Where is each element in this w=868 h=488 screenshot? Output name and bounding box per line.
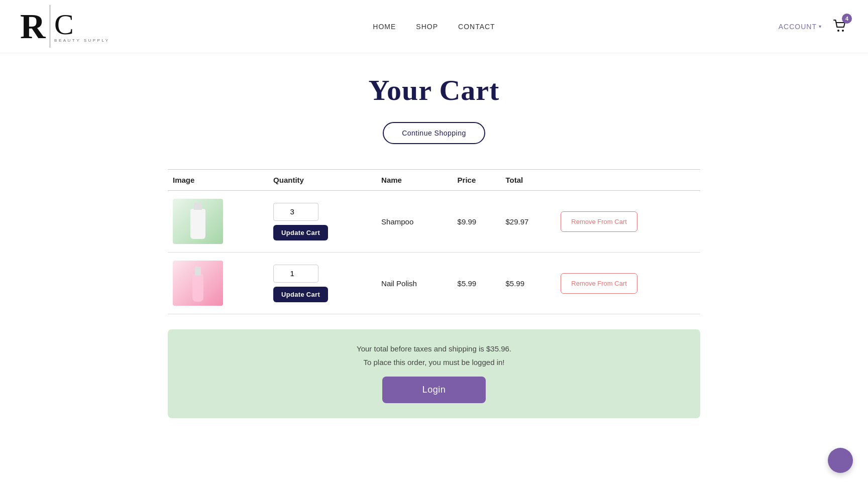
product-price-cell: $5.99 xyxy=(453,253,501,314)
table-header-row: Image Quantity Name Price Total xyxy=(168,170,700,191)
product-image-cell xyxy=(168,253,268,314)
quantity-input-1[interactable] xyxy=(273,203,318,221)
svg-point-1 xyxy=(842,30,844,32)
account-button[interactable]: ACCOUNT ▾ xyxy=(779,23,822,31)
account-label: ACCOUNT xyxy=(779,23,817,31)
update-cart-button-1[interactable]: Update Cart xyxy=(273,225,328,240)
order-summary-box: Your total before taxes and shipping is … xyxy=(168,329,700,418)
col-total: Total xyxy=(500,170,556,191)
col-name: Name xyxy=(376,170,452,191)
cart-badge: 4 xyxy=(842,14,852,24)
logo-right: C BEAUTY SUPPLY xyxy=(54,10,110,43)
nav-contact[interactable]: CONTACT xyxy=(458,23,495,31)
chat-bubble[interactable] xyxy=(828,448,853,473)
svg-point-0 xyxy=(837,30,839,32)
main-content: Your Cart Continue Shopping Image Quanti… xyxy=(158,53,710,448)
product-name-cell: Nail Polish xyxy=(376,253,452,314)
nav-shop[interactable]: SHOP xyxy=(416,23,438,31)
col-quantity: Quantity xyxy=(268,170,376,191)
header: R C BEAUTY SUPPLY HOME SHOP CONTACT ACCO… xyxy=(0,0,868,53)
continue-shopping-button[interactable]: Continue Shopping xyxy=(383,122,485,144)
logo-divider xyxy=(50,5,51,48)
col-price: Price xyxy=(453,170,501,191)
product-image-cell xyxy=(168,191,268,253)
summary-login-message: To place this order, you must be logged … xyxy=(178,358,690,367)
col-image: Image xyxy=(168,170,268,191)
product-total-cell: $5.99 xyxy=(500,253,556,314)
remove-from-cart-button-2[interactable]: Remove From Cart xyxy=(561,273,637,294)
summary-total-text: Your total before taxes and shipping is … xyxy=(178,344,690,353)
remove-cell: Remove From Cart xyxy=(556,253,700,314)
product-image-shampoo xyxy=(173,199,223,244)
chevron-down-icon: ▾ xyxy=(819,24,822,29)
product-image-nailpolish xyxy=(173,261,223,306)
quantity-cell: Update Cart xyxy=(268,253,376,314)
remove-cell: Remove From Cart xyxy=(556,191,700,253)
table-row: Update Cart Nail Polish $5.99 $5.99 Remo… xyxy=(168,253,700,314)
product-name-cell: Shampoo xyxy=(376,191,452,253)
quantity-input-2[interactable] xyxy=(273,265,318,283)
main-nav: HOME SHOP CONTACT xyxy=(373,23,495,31)
logo[interactable]: R C BEAUTY SUPPLY xyxy=(20,5,110,48)
cart-table: Image Quantity Name Price Total Update C… xyxy=(168,169,700,314)
product-price-cell: $9.99 xyxy=(453,191,501,253)
page-title: Your Cart xyxy=(168,73,700,107)
login-button[interactable]: Login xyxy=(382,377,486,403)
header-right: ACCOUNT ▾ 4 xyxy=(779,18,848,36)
nav-home[interactable]: HOME xyxy=(373,23,396,31)
col-action xyxy=(556,170,700,191)
logo-letter-r: R xyxy=(20,9,46,44)
update-cart-button-2[interactable]: Update Cart xyxy=(273,287,328,302)
product-total-cell: $29.97 xyxy=(500,191,556,253)
logo-letter-c: C xyxy=(54,10,74,39)
remove-from-cart-button-1[interactable]: Remove From Cart xyxy=(561,211,637,232)
cart-icon-wrapper[interactable]: 4 xyxy=(832,18,848,36)
quantity-cell: Update Cart xyxy=(268,191,376,253)
table-row: Update Cart Shampoo $9.99 $29.97 Remove … xyxy=(168,191,700,253)
